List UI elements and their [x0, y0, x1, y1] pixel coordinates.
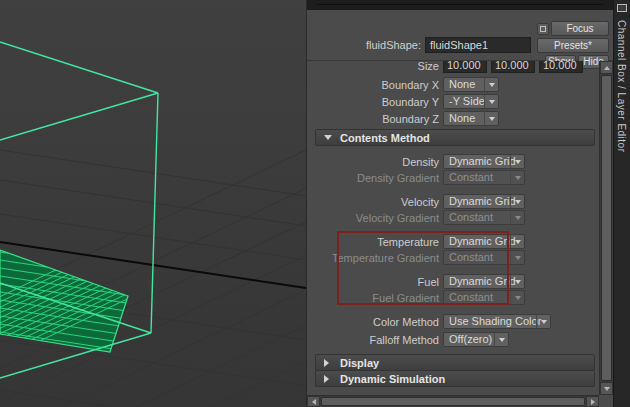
- attr-label: Fuel: [313, 276, 439, 288]
- splitter-groove: [317, 4, 603, 5]
- chevron-down-icon: [489, 117, 495, 121]
- velocity-dropdown[interactable]: Dynamic Grid: [443, 194, 525, 209]
- scroll-up-button[interactable]: [600, 61, 613, 74]
- chevron-down-icon: [515, 200, 521, 204]
- size-row: Size 10.000 10.000 10.000: [313, 61, 599, 74]
- scroll-right-button[interactable]: [586, 396, 599, 407]
- channel-box-tab-label: Channel Box / Layer Editor: [616, 20, 627, 153]
- density-gradient-dropdown: Constant: [443, 170, 525, 185]
- triangle-right-icon: [324, 359, 329, 367]
- node-name-field[interactable]: fluidShape1: [425, 37, 531, 53]
- section-contents-method[interactable]: Contents Method: [315, 129, 595, 146]
- copy-tab-icon[interactable]: [537, 23, 549, 35]
- size-y-field[interactable]: 10.000: [491, 61, 535, 73]
- color-method-row: Color Method Use Shading Color: [313, 314, 599, 330]
- attr-label: Velocity Gradient: [313, 212, 439, 224]
- velocity-gradient-dropdown: Constant: [443, 210, 525, 225]
- channel-box-tab[interactable]: Channel Box / Layer Editor: [613, 0, 630, 407]
- attr-label: Fuel Gradient: [313, 292, 439, 304]
- section-display[interactable]: Display: [315, 354, 595, 371]
- vertical-scrollbar-thumb[interactable]: [601, 75, 612, 381]
- chevron-down-icon: [489, 100, 495, 104]
- attr-label: Color Method: [313, 316, 439, 328]
- density-gradient-row: Density Gradient Constant: [313, 170, 599, 186]
- scroll-left-button[interactable]: [307, 396, 320, 407]
- arrow-left-icon: [312, 399, 316, 405]
- attr-label: Temperature: [313, 236, 439, 248]
- boundary-y-dropdown[interactable]: -Y Side: [443, 94, 499, 109]
- chevron-down-icon: [515, 216, 521, 220]
- density-dropdown[interactable]: Dynamic Grid: [443, 154, 525, 169]
- chevron-down-icon: [515, 296, 521, 300]
- chevron-down-icon: [515, 256, 521, 260]
- attr-label: Size: [313, 61, 439, 72]
- section-dynamic-simulation[interactable]: Dynamic Simulation: [315, 370, 595, 387]
- fuel-gradient-row: Fuel Gradient Constant: [313, 290, 599, 306]
- boundary-x-dropdown[interactable]: None: [443, 77, 499, 92]
- attributes-scroll-area: Size 10.000 10.000 10.000 Boundary X Non…: [313, 61, 599, 395]
- arrow-down-icon: [604, 387, 610, 391]
- boundary-z-dropdown[interactable]: None: [443, 111, 499, 126]
- attr-label: Density Gradient: [313, 172, 439, 184]
- chevron-down-icon: [515, 160, 521, 164]
- boundary-z-row: Boundary Z None: [313, 111, 599, 127]
- fuel-gradient-dropdown: Constant: [443, 290, 525, 305]
- presets-button[interactable]: Presets*: [537, 38, 609, 53]
- arrow-up-icon: [604, 66, 610, 70]
- attribute-editor-header: fluidShape: fluidShape1 Focus Presets* S…: [307, 10, 613, 61]
- vertical-scrollbar[interactable]: [599, 61, 613, 395]
- chevron-down-icon: [499, 338, 505, 342]
- boundary-y-row: Boundary Y -Y Side: [313, 94, 599, 110]
- temperature-dropdown[interactable]: Dynamic Grid: [443, 234, 525, 249]
- horizontal-scrollbar[interactable]: [307, 395, 599, 407]
- chevron-down-icon: [515, 176, 521, 180]
- attr-label: Boundary Z: [313, 113, 439, 125]
- temperature-row: Temperature Dynamic Grid: [313, 234, 599, 250]
- attr-label: Boundary X: [313, 79, 439, 91]
- triangle-down-icon: [324, 135, 332, 140]
- viewport-3d[interactable]: [0, 0, 306, 407]
- attr-label: Velocity: [313, 196, 439, 208]
- chevron-down-icon: [515, 240, 521, 244]
- color-method-dropdown[interactable]: Use Shading Color: [443, 314, 551, 329]
- panel-splitter[interactable]: [307, 0, 613, 10]
- chevron-down-icon: [515, 280, 521, 284]
- attr-label: Density: [313, 156, 439, 168]
- horizontal-scrollbar-thumb[interactable]: [321, 397, 585, 406]
- panel-toggle-icon[interactable]: [617, 4, 627, 12]
- triangle-right-icon: [324, 375, 329, 383]
- focus-button[interactable]: Focus: [551, 21, 609, 36]
- arrow-right-icon: [591, 399, 595, 405]
- viewport-scene: [0, 0, 306, 407]
- temperature-gradient-row: Temperature Gradient Constant: [313, 250, 599, 266]
- density-row: Density Dynamic Grid: [313, 154, 599, 170]
- attr-label: Temperature Gradient: [313, 252, 439, 264]
- chevron-down-icon: [541, 320, 547, 324]
- falloff-method-row: Falloff Method Off(zero): [313, 332, 599, 348]
- falloff-method-dropdown[interactable]: Off(zero): [443, 332, 509, 347]
- size-z-field[interactable]: 10.000: [539, 61, 583, 73]
- scroll-down-button[interactable]: [600, 382, 613, 395]
- node-type-label: fluidShape:: [307, 39, 421, 51]
- velocity-gradient-row: Velocity Gradient Constant: [313, 210, 599, 226]
- attr-label: Boundary Y: [313, 96, 439, 108]
- attr-label: Falloff Method: [313, 334, 439, 346]
- size-x-field[interactable]: 10.000: [443, 61, 487, 73]
- fuel-row: Fuel Dynamic Grid: [313, 274, 599, 290]
- boundary-x-row: Boundary X None: [313, 77, 599, 93]
- velocity-row: Velocity Dynamic Grid: [313, 194, 599, 210]
- temperature-gradient-dropdown: Constant: [443, 250, 525, 265]
- maya-window: fluidShape: fluidShape1 Focus Presets* S…: [0, 0, 630, 407]
- attribute-editor-panel: fluidShape: fluidShape1 Focus Presets* S…: [306, 0, 613, 407]
- chevron-down-icon: [489, 83, 495, 87]
- fuel-dropdown[interactable]: Dynamic Grid: [443, 274, 525, 289]
